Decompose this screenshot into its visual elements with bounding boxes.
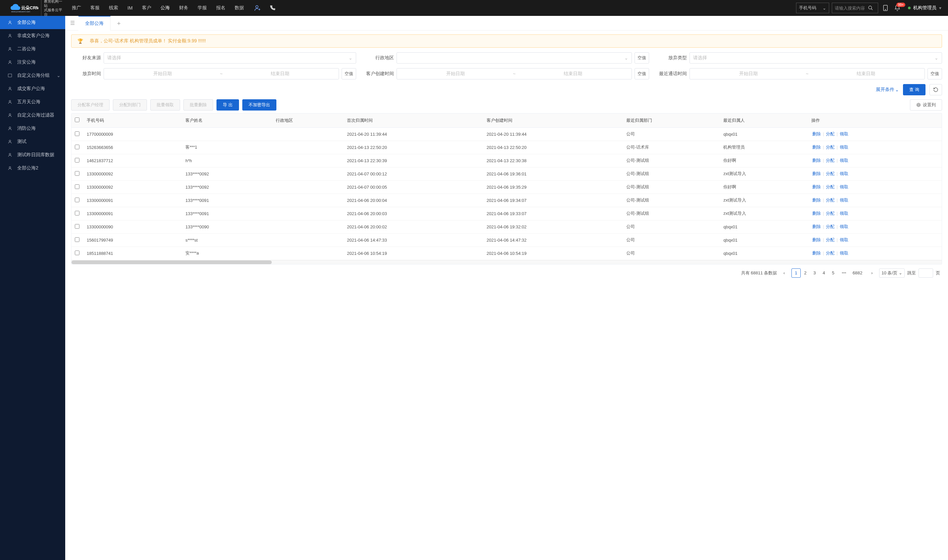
nav-IM[interactable]: IM [123, 0, 137, 16]
page-1[interactable]: 1 [791, 268, 801, 278]
select-all-checkbox[interactable] [75, 117, 80, 122]
row-checkbox[interactable] [75, 198, 80, 202]
row-delete-link[interactable]: 删除 [811, 237, 822, 242]
row-claim-link[interactable]: 领取 [839, 185, 850, 189]
row-delete-link[interactable]: 删除 [811, 185, 822, 189]
row-claim-link[interactable]: 领取 [839, 224, 850, 229]
batch-claim-button[interactable]: 批量领取 [150, 99, 180, 111]
row-assign-link[interactable]: 分配 [825, 211, 836, 216]
config-columns-button[interactable]: 设置列 [910, 99, 942, 111]
null-value-button[interactable]: 空值 [634, 68, 649, 79]
sidebar-item-注安公海[interactable]: 注安公海 [0, 55, 65, 69]
nav-公海[interactable]: 公海 [157, 0, 174, 16]
row-assign-link[interactable]: 分配 [825, 185, 836, 189]
nav-数据[interactable]: 数据 [231, 0, 248, 16]
row-claim-link[interactable]: 领取 [839, 131, 850, 136]
nav-线索[interactable]: 线索 [105, 0, 122, 16]
row-checkbox[interactable] [75, 171, 80, 176]
nav-学服[interactable]: 学服 [194, 0, 211, 16]
sidebar-item-自定义公海过滤器[interactable]: 自定义公海过滤器 [0, 109, 65, 122]
last-call-range[interactable]: 开始日期 ~ 结束日期 [689, 68, 925, 79]
page-2[interactable]: 2 [801, 268, 810, 278]
tablet-icon[interactable] [881, 5, 890, 11]
page-4[interactable]: 4 [819, 268, 828, 278]
bell-icon[interactable]: 99+ [893, 5, 902, 11]
row-checkbox[interactable] [75, 211, 80, 215]
abandon-time-range[interactable]: 开始日期 ~ 结束日期 [104, 68, 339, 79]
row-delete-link[interactable]: 删除 [811, 224, 822, 229]
page-5[interactable]: 5 [828, 268, 838, 278]
nav-财务[interactable]: 财务 [175, 0, 192, 16]
query-button[interactable]: 查 询 [903, 84, 925, 95]
sidebar-item-非成交客户公海[interactable]: 非成交客户公海 [0, 29, 65, 42]
sidebar-item-全部公海[interactable]: 全部公海 [0, 16, 65, 29]
null-value-button[interactable]: 空值 [342, 68, 356, 79]
sidebar-item-消防公海[interactable]: 消防公海 [0, 122, 65, 135]
horizontal-scrollbar[interactable] [71, 260, 942, 264]
tabs-collapse-icon[interactable]: ☰ [66, 20, 78, 26]
row-delete-link[interactable]: 删除 [811, 131, 822, 136]
scrollbar-thumb[interactable] [71, 260, 272, 264]
row-checkbox[interactable] [75, 131, 80, 136]
row-assign-link[interactable]: 分配 [825, 224, 836, 229]
row-assign-link[interactable]: 分配 [825, 251, 836, 255]
batch-delete-button[interactable]: 批量删除 [183, 99, 213, 111]
jump-page-input[interactable] [919, 268, 933, 278]
create-time-range[interactable]: 开始日期 ~ 结束日期 [397, 68, 632, 79]
user-menu[interactable]: 机构管理员 ▾ [908, 5, 941, 11]
row-delete-link[interactable]: 删除 [811, 211, 822, 216]
tab-add-button[interactable]: ＋ [111, 19, 127, 27]
row-checkbox[interactable] [75, 145, 80, 149]
row-claim-link[interactable]: 领取 [839, 237, 850, 242]
nav-客服[interactable]: 客服 [86, 0, 104, 16]
row-assign-link[interactable]: 分配 [825, 131, 836, 136]
row-delete-link[interactable]: 删除 [811, 171, 822, 176]
logo[interactable]: 云朵CRMwww.yunduocrm.com 教育机构一站式服务云平台 [0, 0, 65, 16]
nav-报名[interactable]: 报名 [212, 0, 229, 16]
admin-area-select[interactable]: ⌄ [397, 52, 632, 63]
last-page-button[interactable]: 6882 [850, 268, 865, 278]
nav-推广[interactable]: 推广 [68, 0, 85, 16]
next-page-button[interactable]: › [867, 268, 877, 278]
tab-all-public[interactable]: 全部公海 [78, 16, 111, 31]
row-claim-link[interactable]: 领取 [839, 145, 850, 149]
search-input[interactable] [835, 6, 868, 11]
search-icon[interactable] [868, 5, 873, 11]
row-delete-link[interactable]: 删除 [811, 145, 822, 149]
row-claim-link[interactable]: 领取 [839, 198, 850, 203]
sidebar-item-五月天公海[interactable]: 五月天公海 [0, 95, 65, 109]
row-claim-link[interactable]: 领取 [839, 251, 850, 255]
row-checkbox[interactable] [75, 251, 80, 255]
row-assign-link[interactable]: 分配 [825, 145, 836, 149]
row-checkbox[interactable] [75, 185, 80, 189]
null-value-button[interactable]: 空值 [634, 52, 649, 63]
row-delete-link[interactable]: 删除 [811, 158, 822, 163]
add-user-icon[interactable] [251, 4, 265, 12]
sidebar-item-成交客户公海[interactable]: 成交客户公海 [0, 82, 65, 95]
sidebar-item-测试[interactable]: 测试 [0, 135, 65, 148]
sidebar-item-二咨公海[interactable]: 二咨公海 [0, 42, 65, 55]
prev-page-button[interactable]: ‹ [780, 268, 789, 278]
row-delete-link[interactable]: 删除 [811, 198, 822, 203]
export-button[interactable]: 导 出 [217, 99, 239, 111]
row-checkbox[interactable] [75, 237, 80, 242]
row-delete-link[interactable]: 删除 [811, 251, 822, 255]
page-size-select[interactable]: 10 条/页 ⌄ [879, 268, 905, 278]
null-value-button[interactable]: 空值 [928, 68, 942, 79]
row-checkbox[interactable] [75, 158, 80, 163]
assign-manager-button[interactable]: 分配客户经理 [71, 99, 109, 111]
refresh-button[interactable] [930, 84, 942, 95]
sidebar-item-全部公海2[interactable]: 全部公海2 [0, 162, 65, 175]
friend-source-select[interactable]: 请选择 ⌄ [104, 52, 356, 63]
search-type-select[interactable]: 手机号码 ⌄ [796, 3, 829, 13]
sidebar-item-测试昨日回库数据[interactable]: 测试昨日回库数据 [0, 148, 65, 162]
expand-filters-link[interactable]: 展开条件 ⌄ [876, 87, 899, 93]
assign-dept-button[interactable]: 分配到部门 [113, 99, 147, 111]
row-assign-link[interactable]: 分配 [825, 198, 836, 203]
export-no-mask-button[interactable]: 不加密导出 [242, 99, 276, 111]
row-checkbox[interactable] [75, 224, 80, 229]
row-assign-link[interactable]: 分配 [825, 158, 836, 163]
row-claim-link[interactable]: 领取 [839, 171, 850, 176]
row-claim-link[interactable]: 领取 [839, 211, 850, 216]
phone-icon[interactable] [266, 5, 279, 11]
